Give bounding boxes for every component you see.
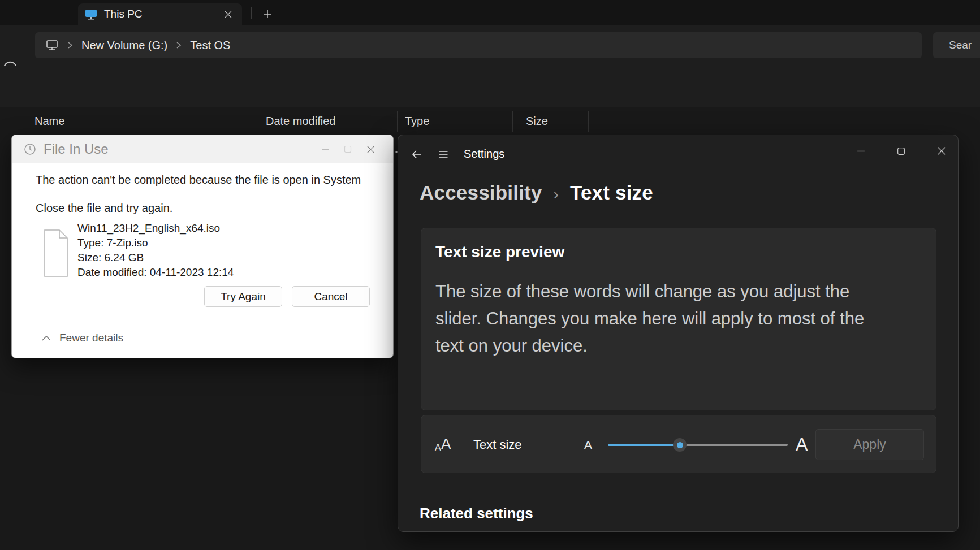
column-separator bbox=[397, 111, 398, 132]
back-button[interactable] bbox=[411, 148, 423, 161]
preview-body-text: The size of these words will change as y… bbox=[435, 278, 882, 360]
search-input[interactable]: Sear bbox=[933, 32, 980, 58]
settings-maximize-button[interactable] bbox=[888, 141, 914, 161]
dialog-close-button[interactable] bbox=[359, 140, 382, 159]
text-size-slider-fill bbox=[608, 444, 680, 446]
settings-minimize-button[interactable] bbox=[848, 141, 874, 161]
preview-heading: Text size preview bbox=[435, 243, 564, 261]
chevron-up-icon bbox=[41, 335, 51, 341]
small-a-label: A bbox=[584, 415, 592, 474]
settings-breadcrumb: Accessibility › Text size bbox=[420, 181, 653, 204]
dialog-divider bbox=[12, 322, 393, 322]
fewer-details-label: Fewer details bbox=[59, 332, 123, 344]
breadcrumb-test-os[interactable]: Test OS bbox=[190, 39, 230, 52]
tab-close-icon[interactable] bbox=[221, 7, 235, 21]
breadcrumb-accessibility[interactable]: Accessibility bbox=[420, 181, 542, 204]
column-header-type[interactable]: Type bbox=[405, 115, 429, 128]
related-settings-heading: Related settings bbox=[420, 505, 533, 522]
this-pc-icon bbox=[45, 39, 59, 51]
text-size-preview-card: Text size preview The size of these word… bbox=[421, 228, 936, 410]
explorer-tab-bar: This PC bbox=[0, 0, 980, 25]
text-size-slider[interactable] bbox=[608, 415, 788, 474]
dialog-minimize-button[interactable] bbox=[314, 140, 336, 159]
breadcrumb-chevron-icon[interactable] bbox=[175, 41, 182, 49]
file-icon bbox=[44, 229, 68, 278]
dialog-title-bar: File In Use bbox=[12, 135, 393, 163]
file-list-header: Name Date modified Type Size bbox=[0, 107, 980, 136]
clock-icon bbox=[23, 142, 37, 156]
settings-window: Settings Accessibility › Text size Text … bbox=[398, 135, 959, 532]
page-title: Text size bbox=[570, 181, 653, 204]
dialog-title: File In Use bbox=[44, 141, 314, 157]
dialog-maximize-button[interactable] bbox=[336, 140, 359, 159]
explorer-toolbar: A Sort View bbox=[0, 66, 980, 107]
hamburger-menu-button[interactable] bbox=[438, 149, 449, 160]
settings-title-bar: Settings bbox=[411, 148, 504, 161]
explorer-tab-this-pc[interactable]: This PC bbox=[78, 3, 242, 25]
column-separator bbox=[512, 111, 513, 132]
breadcrumb-separator: › bbox=[554, 185, 559, 203]
text-size-slider-thumb[interactable] bbox=[673, 438, 687, 452]
fewer-details-toggle[interactable]: Fewer details bbox=[41, 332, 123, 344]
large-a-label: A bbox=[796, 415, 808, 474]
new-tab-button[interactable] bbox=[258, 5, 277, 24]
file-type: Type: 7-Zip.iso bbox=[77, 236, 234, 250]
text-size-label: Text size bbox=[473, 415, 522, 474]
text-size-icon: AA bbox=[435, 415, 451, 474]
file-in-use-dialog: File In Use The action can't be complete… bbox=[11, 135, 394, 358]
column-separator bbox=[260, 111, 260, 132]
monitor-icon bbox=[85, 8, 97, 20]
explorer-address-row: New Volume (G:) Test OS Sear bbox=[0, 25, 980, 66]
text-size-slider-card: AA Text size A A Apply bbox=[421, 415, 936, 473]
settings-close-button[interactable] bbox=[929, 141, 955, 161]
file-name: Win11_23H2_English_x64.iso bbox=[77, 221, 234, 236]
column-header-size[interactable]: Size bbox=[526, 115, 548, 128]
column-header-name[interactable]: Name bbox=[34, 115, 64, 128]
breadcrumb-chevron-icon[interactable] bbox=[67, 41, 74, 49]
column-header-date-modified[interactable]: Date modified bbox=[266, 115, 335, 128]
dialog-message: The action can't be completed because th… bbox=[36, 174, 361, 187]
breadcrumb-new-volume[interactable]: New Volume (G:) bbox=[81, 39, 167, 52]
try-again-button[interactable]: Try Again bbox=[204, 286, 282, 307]
dialog-instruction: Close the file and try again. bbox=[36, 202, 172, 215]
file-details: Win11_23H2_English_x64.iso Type: 7-Zip.i… bbox=[77, 221, 234, 280]
column-separator bbox=[588, 111, 589, 132]
settings-window-title: Settings bbox=[464, 148, 504, 161]
tab-title: This PC bbox=[104, 8, 221, 20]
file-modified: Date modified: 04-11-2023 12:14 bbox=[77, 265, 234, 280]
tab-separator bbox=[251, 7, 252, 19]
file-size: Size: 6.24 GB bbox=[77, 250, 234, 265]
cancel-button[interactable]: Cancel bbox=[292, 286, 370, 307]
address-bar[interactable]: New Volume (G:) Test OS bbox=[35, 32, 922, 58]
apply-button[interactable]: Apply bbox=[815, 429, 924, 460]
